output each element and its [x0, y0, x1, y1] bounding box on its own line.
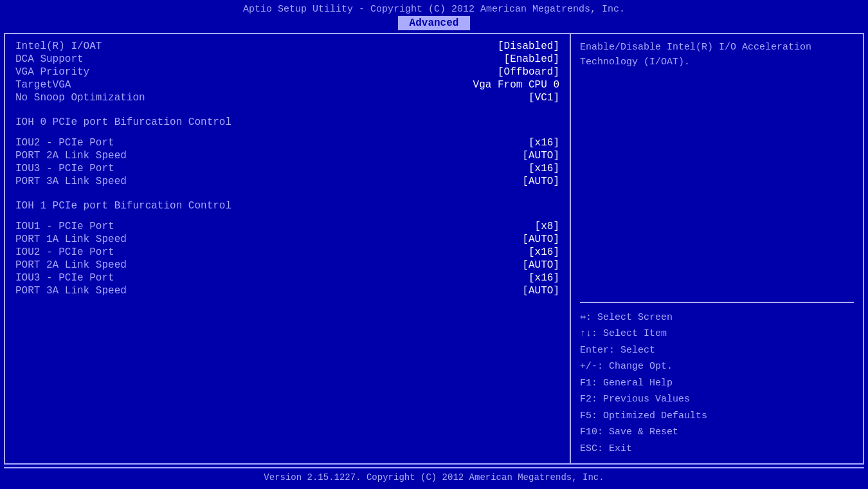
- key-select-item: ↑↓: Select Item: [580, 326, 854, 342]
- header: Aptio Setup Utility - Copyright (C) 2012…: [0, 0, 868, 30]
- header-title: Aptio Setup Utility - Copyright (C) 2012…: [0, 4, 868, 15]
- ioh1-settings: IOU1 - PCIe Port [x8] PORT 1A Link Speed…: [15, 221, 559, 297]
- label-ioh1-iou2: IOU2 - PCIe Port: [15, 246, 273, 258]
- ioh1-iou1: IOU1 - PCIe Port [x8]: [15, 221, 559, 232]
- ioh0-iou2: IOU2 - PCIe Port [x16]: [15, 137, 559, 149]
- label-targetvga: TargetVGA: [15, 79, 273, 91]
- ioh0-port3a: PORT 3A Link Speed [AUTO]: [15, 176, 559, 187]
- key-f10: F10: Save & Reset: [580, 424, 854, 441]
- value-targetvga[interactable]: Vga From CPU 0: [473, 79, 559, 91]
- value-ioh1-port1a[interactable]: [AUTO]: [522, 234, 559, 245]
- value-ioh0-port2a[interactable]: [AUTO]: [522, 150, 559, 161]
- key-change: +/-: Change Opt.: [580, 358, 854, 375]
- top-settings: Intel(R) I/OAT [Disabled] DCA Support [E…: [15, 41, 559, 104]
- label-ioh0-port3a: PORT 3A Link Speed: [15, 176, 273, 187]
- label-ioh1-iou1: IOU1 - PCIe Port: [15, 221, 273, 232]
- ioh1-port3a: PORT 3A Link Speed [AUTO]: [15, 285, 559, 297]
- ioh1-iou2: IOU2 - PCIe Port [x16]: [15, 246, 559, 258]
- key-select-screen: ⇔: Select Screen: [580, 309, 854, 326]
- value-ioh0-port3a[interactable]: [AUTO]: [522, 176, 559, 187]
- ioh1-port2a: PORT 2A Link Speed [AUTO]: [15, 259, 559, 271]
- ioh0-port2a: PORT 2A Link Speed [AUTO]: [15, 150, 559, 161]
- label-dca: DCA Support: [15, 53, 273, 65]
- key-f2: F2: Previous Values: [580, 391, 854, 408]
- sep4: [15, 216, 559, 221]
- label-vga: VGA Priority: [15, 66, 273, 78]
- key-f1: F1: General Help: [580, 375, 854, 392]
- value-ioat[interactable]: [Disabled]: [498, 41, 559, 52]
- label-ioh1-port3a: PORT 3A Link Speed: [15, 285, 273, 297]
- value-ioh1-iou3[interactable]: [x16]: [529, 272, 559, 284]
- tab-bar: Advanced: [0, 16, 868, 30]
- label-ioh1-port1a: PORT 1A Link Speed: [15, 234, 273, 245]
- key-enter: Enter: Select: [580, 342, 854, 359]
- value-ioh1-port3a[interactable]: [AUTO]: [522, 285, 559, 297]
- advanced-tab[interactable]: Advanced: [398, 16, 471, 30]
- label-ioat: Intel(R) I/OAT: [15, 41, 273, 52]
- footer: Version 2.15.1227. Copyright (C) 2012 Am…: [4, 467, 864, 486]
- setting-row-vga: VGA Priority [Offboard]: [15, 66, 559, 78]
- ioh0-settings: IOU2 - PCIe Port [x16] PORT 2A Link Spee…: [15, 137, 559, 187]
- label-ioh1-iou3: IOU3 - PCIe Port: [15, 272, 273, 284]
- main-content: Intel(R) I/OAT [Disabled] DCA Support [E…: [4, 33, 864, 465]
- value-vga[interactable]: [Offboard]: [498, 66, 559, 78]
- label-ioh0-iou3: IOU3 - PCIe Port: [15, 163, 273, 174]
- sep1: [15, 105, 559, 110]
- value-snoop[interactable]: [VC1]: [529, 92, 559, 104]
- app: Aptio Setup Utility - Copyright (C) 2012…: [0, 0, 868, 489]
- ioh1-port1a: PORT 1A Link Speed [AUTO]: [15, 234, 559, 245]
- value-ioh1-iou1[interactable]: [x8]: [535, 221, 559, 232]
- value-ioh0-iou3[interactable]: [x16]: [529, 163, 559, 174]
- ioh0-iou3: IOU3 - PCIe Port [x16]: [15, 163, 559, 174]
- right-panel: Enable/Disable Intel(R) I/O Acceleration…: [571, 34, 863, 463]
- setting-row-targetvga: TargetVGA Vga From CPU 0: [15, 79, 559, 91]
- key-help: ⇔: Select Screen ↑↓: Select Item Enter: …: [580, 309, 854, 457]
- help-text: Enable/Disable Intel(R) I/O Acceleration…: [580, 41, 854, 69]
- key-esc: ESC: Exit: [580, 441, 854, 457]
- value-dca[interactable]: [Enabled]: [504, 53, 559, 65]
- sep2: [15, 132, 559, 137]
- ioh0-header: IOH 0 PCIe port Bifurcation Control: [15, 116, 559, 128]
- value-ioh1-port2a[interactable]: [AUTO]: [522, 259, 559, 271]
- ioh1-iou3: IOU3 - PCIe Port [x16]: [15, 272, 559, 284]
- left-panel: Intel(R) I/OAT [Disabled] DCA Support [E…: [5, 34, 571, 463]
- label-ioh1-port2a: PORT 2A Link Speed: [15, 259, 273, 271]
- setting-row-ioat: Intel(R) I/OAT [Disabled]: [15, 41, 559, 52]
- value-ioh0-iou2[interactable]: [x16]: [529, 137, 559, 149]
- label-ioh0-iou2: IOU2 - PCIe Port: [15, 137, 273, 149]
- ioh1-header: IOH 1 PCIe port Bifurcation Control: [15, 200, 559, 212]
- value-ioh1-iou2[interactable]: [x16]: [529, 246, 559, 258]
- key-help-divider: [580, 302, 854, 303]
- label-snoop: No Snoop Optimization: [15, 92, 273, 104]
- sep3: [15, 189, 559, 194]
- label-ioh0-port2a: PORT 2A Link Speed: [15, 150, 273, 161]
- setting-row-snoop: No Snoop Optimization [VC1]: [15, 92, 559, 104]
- key-f5: F5: Optimized Defaults: [580, 408, 854, 425]
- setting-row-dca: DCA Support [Enabled]: [15, 53, 559, 65]
